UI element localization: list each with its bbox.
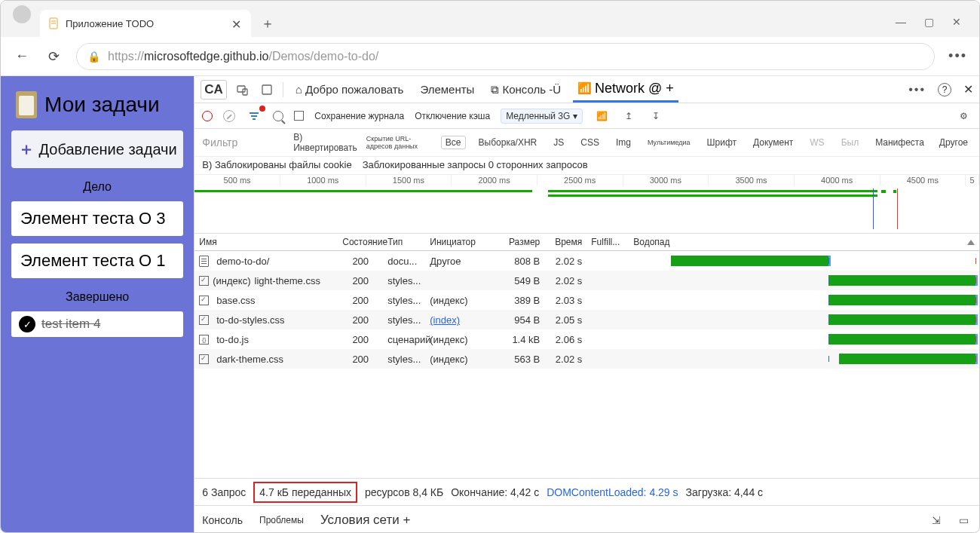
disable-cache-label[interactable]: Отключение кэша bbox=[415, 111, 490, 121]
network-settings-icon[interactable]: ⚙ bbox=[955, 108, 972, 124]
window-controls: ― ▢ ✕ bbox=[896, 16, 973, 37]
back-button[interactable]: ← bbox=[13, 47, 31, 66]
drawer-dock-icon[interactable]: ▭ bbox=[955, 512, 972, 528]
task-item-done[interactable]: ✓ test item 4 bbox=[11, 311, 183, 337]
add-task-button[interactable]: ＋ Добавление задачи bbox=[11, 130, 183, 168]
refresh-button[interactable]: ⟳ bbox=[44, 47, 63, 66]
network-toolbar: Сохранение журнала Отключение кэша Медле… bbox=[194, 103, 979, 129]
filter-manifest[interactable]: Манифеста bbox=[871, 136, 928, 149]
home-icon: ⌂ bbox=[296, 83, 302, 96]
filter-font[interactable]: Шрифт bbox=[703, 136, 740, 149]
locale-badge[interactable]: CA bbox=[201, 80, 227, 100]
close-window-icon[interactable]: ✕ bbox=[952, 16, 961, 28]
wifi-icon: 📶 bbox=[577, 81, 592, 95]
file-type-icon bbox=[199, 256, 209, 267]
maximize-icon[interactable]: ▢ bbox=[924, 16, 934, 28]
filter-other[interactable]: Другое bbox=[936, 136, 972, 149]
devtools-panel: CA ⌂Добро пожаловать Элементы ⧉Консоль -… bbox=[194, 76, 979, 533]
task-item[interactable]: Элемент теста О 3 bbox=[11, 201, 183, 236]
preserve-log-label: Сохранение журнала bbox=[314, 111, 404, 121]
upload-icon[interactable]: ↥ bbox=[620, 108, 637, 124]
browser-menu-icon[interactable]: ••• bbox=[948, 48, 967, 64]
timeline-overview[interactable]: 500 ms1000 ms1500 ms2000 ms2500 ms3000 m… bbox=[194, 175, 979, 234]
table-row[interactable]: dark-theme.css200styles...(индекс)563 B2… bbox=[194, 349, 979, 369]
sort-indicator-icon bbox=[967, 240, 975, 245]
request-rows: demo-to-do/200docu...Другое808 B2.02 s(и… bbox=[194, 251, 979, 478]
filter-ws[interactable]: WS bbox=[806, 136, 828, 149]
devtools-close-icon[interactable]: ✕ bbox=[963, 82, 973, 96]
table-row[interactable]: (индекс)light-theme.css200styles...549 B… bbox=[194, 271, 979, 290]
filter-toggle-icon[interactable] bbox=[246, 108, 262, 124]
record-button[interactable] bbox=[202, 111, 213, 121]
clipboard-icon bbox=[16, 91, 37, 118]
tab-network[interactable]: 📶Network @ + bbox=[573, 76, 678, 103]
url-text: https://microsoftedge.github.io/Demos/de… bbox=[108, 50, 378, 63]
filter-js[interactable]: JS bbox=[550, 136, 568, 149]
filter-css[interactable]: CSS bbox=[577, 136, 603, 149]
browser-tab[interactable]: Приложение TODO ✕ bbox=[40, 10, 251, 37]
drawer-expand-icon[interactable]: ⇲ bbox=[928, 512, 945, 528]
filter-doc[interactable]: Документ bbox=[749, 136, 797, 149]
app-title: Мои задачи bbox=[11, 87, 183, 123]
table-row[interactable]: {}to-do.js200сценарий(индекс)1.4 kB2.06 … bbox=[194, 329, 979, 349]
filter-fetch[interactable]: Выборка/XHR bbox=[475, 136, 541, 149]
download-icon[interactable]: ↧ bbox=[648, 108, 664, 124]
drawer-issues[interactable]: Проблемы bbox=[259, 515, 304, 525]
svg-rect-5 bbox=[262, 85, 271, 94]
preserve-log-checkbox[interactable] bbox=[294, 111, 304, 121]
filter-media[interactable]: Мультимедиа bbox=[644, 138, 694, 147]
url-field[interactable]: 🔒 https://microsoftedge.github.io/Demos/… bbox=[76, 43, 935, 70]
help-icon[interactable]: ? bbox=[938, 83, 951, 96]
console-icon: ⧉ bbox=[491, 83, 499, 96]
file-type-icon bbox=[199, 315, 209, 325]
network-summary: 6 Запрос 4.7 кБ переданных ресурсов 8,4 … bbox=[194, 478, 979, 505]
inspect-icon[interactable] bbox=[234, 81, 251, 98]
table-row[interactable]: demo-to-do/200docu...Другое808 B2.02 s bbox=[194, 251, 979, 271]
network-filter-types: Фильтр В) Инвертировать Скрытие URL-адре… bbox=[194, 129, 979, 157]
checkmark-icon: ✓ bbox=[19, 316, 35, 332]
clear-button[interactable] bbox=[223, 110, 235, 122]
file-type-icon bbox=[199, 296, 209, 305]
table-row[interactable]: to-do-styles.css200styles...(index)954 B… bbox=[194, 310, 979, 329]
drawer-console[interactable]: Консоль bbox=[202, 514, 243, 526]
new-tab-button[interactable]: ＋ bbox=[256, 11, 280, 35]
devtools-more-icon[interactable]: ••• bbox=[908, 83, 926, 96]
drawer-tabs: Консоль Проблемы Условия сети + ⇲ ▭ bbox=[194, 505, 979, 533]
filter-img[interactable]: Img bbox=[612, 136, 635, 149]
throttling-select[interactable]: Медленный 3G ▾ bbox=[501, 109, 583, 124]
tab-title: Приложение TODO bbox=[66, 18, 225, 29]
invert-label[interactable]: В) Инвертировать bbox=[293, 132, 357, 153]
main-area: Мои задачи ＋ Добавление задачи Дело Элем… bbox=[1, 76, 979, 533]
done-section-label: Завершено bbox=[11, 290, 183, 304]
search-icon[interactable] bbox=[273, 111, 283, 121]
close-tab-icon[interactable]: ✕ bbox=[231, 17, 243, 29]
task-item[interactable]: Элемент теста О 1 bbox=[11, 244, 183, 278]
lock-icon: 🔒 bbox=[87, 51, 100, 63]
filter-all[interactable]: Все bbox=[441, 136, 466, 149]
devtools-tabstrip: CA ⌂Добро пожаловать Элементы ⧉Консоль -… bbox=[194, 76, 979, 103]
offline-wifi-icon[interactable]: 📶 bbox=[593, 108, 610, 124]
device-toggle-icon[interactable] bbox=[259, 81, 275, 98]
address-bar: ← ⟳ 🔒 https://microsoftedge.github.io/De… bbox=[1, 37, 979, 76]
file-type-icon bbox=[199, 354, 209, 364]
minimize-icon[interactable]: ― bbox=[896, 16, 906, 28]
drawer-network-conditions[interactable]: Условия сети + bbox=[320, 513, 411, 528]
blocked-row: В) Заблокированы файлы cookie Заблокиров… bbox=[194, 157, 979, 175]
hide-data-urls[interactable]: Скрытие URL-адресов данных bbox=[366, 135, 432, 150]
file-type-icon bbox=[199, 276, 209, 286]
filter-wasm[interactable]: Был bbox=[838, 136, 863, 149]
profile-avatar[interactable] bbox=[13, 5, 31, 23]
tab-welcome[interactable]: ⌂Добро пожаловать bbox=[291, 76, 409, 103]
plus-icon: ＋ bbox=[18, 138, 35, 161]
todo-app: Мои задачи ＋ Добавление задачи Дело Элем… bbox=[1, 76, 194, 533]
filter-input[interactable]: Фильтр bbox=[202, 136, 284, 149]
table-row[interactable]: base.css200styles...(индекс)389 B2.03 s bbox=[194, 290, 979, 310]
request-table: Имя Состояние Тип Инициатор Размер Время… bbox=[194, 234, 979, 478]
tab-console[interactable]: ⧉Консоль -Ü bbox=[486, 76, 565, 103]
chevron-down-icon: ▾ bbox=[573, 111, 577, 121]
tab-elements[interactable]: Элементы bbox=[415, 76, 479, 103]
todo-section-label: Дело bbox=[11, 180, 183, 194]
file-type-icon: {} bbox=[199, 335, 209, 345]
page-favicon bbox=[47, 17, 60, 29]
browser-tabstrip: Приложение TODO ✕ ＋ ― ▢ ✕ bbox=[1, 1, 979, 37]
